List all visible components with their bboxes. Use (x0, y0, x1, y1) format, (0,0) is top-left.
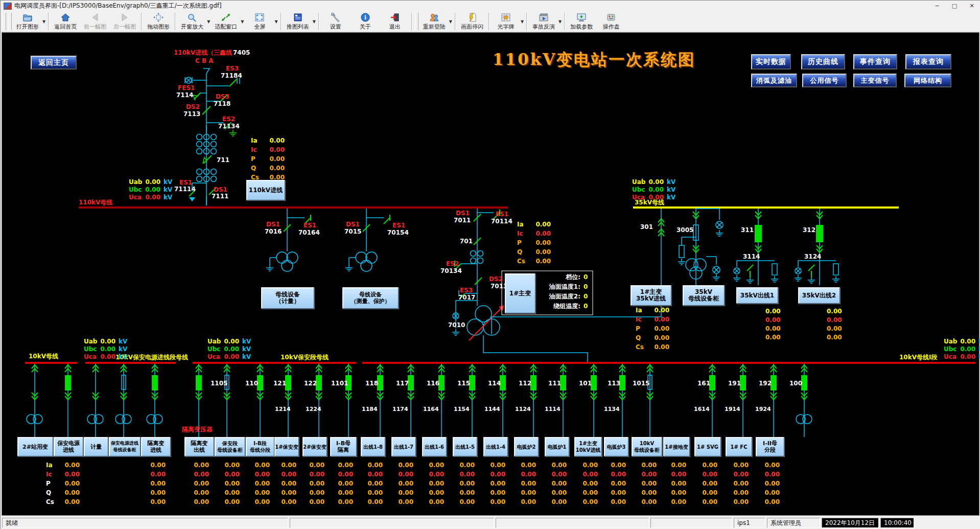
nav-button-2-row1[interactable]: 历史曲线 (801, 54, 845, 70)
btn-busdev-metering[interactable]: 母线设备（计量） (261, 287, 314, 309)
page-title: 110kV变电站一次系统图 (493, 49, 695, 71)
nav-button-1-row2[interactable]: 消弧及滤油 (751, 74, 797, 87)
bottom-button-13[interactable]: 出线1-7 (391, 437, 416, 456)
nav-button-3-row2[interactable]: 主变信号 (853, 74, 897, 87)
bottom-meas-value: 0.00 (666, 471, 686, 478)
meas-701-label-Ia: Ia (517, 221, 524, 228)
feeder-number-115: 115 (457, 380, 470, 387)
bottom-button-20[interactable]: 电弧炉3 (604, 437, 628, 456)
toolbar-button-fullscreen[interactable]: 全屏 (245, 11, 274, 32)
btn-busdev-protect[interactable]: 母线设备（测量、保护） (342, 287, 399, 309)
bottom-button-9[interactable]: 1#保安变 (274, 437, 299, 456)
toolbar-button-settings[interactable]: 设置 (321, 11, 351, 32)
toolbar-button-relogin[interactable]: 重新登陆 (419, 11, 449, 32)
button-line: 2#站用变 (22, 444, 48, 450)
bottom-meas-value: 0.00 (759, 462, 780, 469)
nav-button-4-row1[interactable]: 报表查询 (905, 54, 951, 70)
dropdown-arrow-icon[interactable]: ▼ (42, 19, 45, 24)
btn-110kv-incoming[interactable]: 110kV进线 (246, 180, 285, 200)
breaker-10kv[interactable] (65, 375, 71, 390)
bottom-meas-value: 0.00 (605, 498, 626, 505)
bottom-button-17[interactable]: 电弧炉2 (514, 437, 539, 456)
bottom-button-6[interactable]: 隔离变出线 (184, 437, 214, 456)
bottom-meas-value: 0.00 (276, 498, 296, 505)
close-button[interactable]: ✕ (963, 1, 980, 11)
bottom-meas-value: 0.00 (304, 498, 324, 505)
bottom-button-7[interactable]: 保安段母线设备柜 (215, 437, 245, 456)
toolbar-button-operation-panel[interactable]: 操作盘 (596, 11, 626, 32)
btn-35kv-out2[interactable]: 35kV出线2 (798, 287, 840, 304)
toolbar-button-push-list[interactable]: 推图列表 (283, 11, 313, 32)
maximize-button[interactable]: □ (946, 1, 963, 11)
bottom-button-14[interactable]: 出线1-6 (422, 437, 447, 456)
nav-button-1-row1[interactable]: 实时数据 (751, 54, 791, 70)
bottom-button-1[interactable]: 2#站用变 (17, 437, 53, 456)
bottom-meas-value: 0.00 (485, 489, 505, 496)
bottom-button-21[interactable]: 10kV母线设备柜 (632, 437, 662, 456)
bottom-button-24[interactable]: 1# FC (726, 437, 752, 456)
bottom-button-12[interactable]: 出线1-8 (361, 437, 385, 456)
home-button[interactable]: 返回主页 (31, 56, 77, 70)
bottom-button-3[interactable]: 计量 (84, 437, 108, 456)
volt-10kv-baoan-unit: kV (242, 338, 251, 345)
bottom-button-2[interactable]: 保安电源进线 (54, 437, 83, 456)
bottom-button-4[interactable]: 保安电源进线母线设备柜 (109, 437, 141, 456)
bottom-button-22[interactable]: 1#接地变 (663, 437, 690, 456)
nav-button-2-row2[interactable]: 公用信号 (802, 74, 847, 87)
bottom-button-25[interactable]: I-II母分段 (756, 437, 784, 456)
dropdown-arrow-icon[interactable]: ▼ (207, 19, 210, 24)
breaker-10kv[interactable] (196, 375, 202, 390)
dropdown-arrow-icon[interactable]: ▼ (521, 19, 524, 24)
toolbar-button-home[interactable]: 返回首页 (51, 11, 80, 32)
bottom-button-15[interactable]: 出线1-5 (453, 437, 477, 456)
toolbar-button-fit-window[interactable]: 适配窗口 (211, 11, 241, 32)
minimize-button[interactable]: ─ (928, 1, 946, 11)
bottom-button-16[interactable]: 出线1-4 (483, 437, 508, 456)
bottom-button-8[interactable]: I-B段母线分段 (246, 437, 274, 456)
bottom-button-19[interactable]: 1#主变10kV进线 (574, 437, 602, 456)
status-user: 系统管理员 (767, 518, 820, 528)
meas-35kv-in-value-P: 0.00 (649, 325, 669, 332)
sld-label: 110kV进线（三鑫线 (174, 50, 232, 56)
toolbar-button-zoom-window[interactable]: 开窗放大 (177, 11, 207, 32)
dropdown-arrow-icon[interactable]: ▼ (241, 19, 244, 24)
volt-10kv-baoan-in-value-Ubc: 0.00 (98, 346, 115, 353)
dropdown-arrow-icon[interactable]: ▼ (449, 19, 452, 24)
bottom-button-11[interactable]: I-B母隔离 (330, 437, 357, 456)
bottom-button-5[interactable]: 隔离变进线 (141, 437, 171, 456)
bottom-button-23[interactable]: 1# SVG (694, 437, 721, 456)
breaker-35kv[interactable] (755, 225, 762, 242)
button-line: 10kV进线 (576, 447, 600, 453)
volt-110kv-label-Uca: Uca (129, 194, 142, 201)
dropdown-arrow-icon[interactable]: ▼ (558, 19, 562, 24)
bottom-button-10[interactable]: 2#保安变 (302, 437, 327, 456)
btn-35kv-main-in[interactable]: 1#主变35kV进线 (631, 285, 671, 306)
bottom-button-18[interactable]: 电弧炉1 (545, 437, 569, 456)
nav-button-3-row1[interactable]: 事件查询 (853, 54, 897, 70)
btn-35kv-busdev[interactable]: 35kV母线设备柜 (683, 285, 725, 306)
meas-701-value-Q: 0.00 (530, 248, 551, 256)
bottom-meas-value: 0.00 (276, 480, 296, 487)
sld-label: 70154 (387, 229, 409, 236)
breaker-35kv[interactable] (816, 225, 823, 242)
toolbar-button-open-graphic[interactable]: 打开图形 (13, 11, 42, 32)
toolbar-button-light-board[interactable]: 光字牌 (491, 11, 521, 32)
bottom-meas-value: 0.00 (546, 471, 567, 478)
breaker-10kv[interactable] (152, 375, 158, 390)
feeder-subnumber-1914: 1914 (725, 406, 740, 412)
button-line: 出线1-4 (486, 444, 505, 450)
nav-button-4-row2[interactable]: 网络结构 (904, 74, 951, 87)
toolbar-button-about[interactable]: i关于 (351, 11, 380, 32)
dropdown-arrow-icon[interactable]: ▼ (313, 19, 316, 24)
light-board-icon (501, 12, 511, 22)
dropdown-arrow-icon[interactable]: ▼ (274, 19, 277, 24)
btn-main-transformer-1[interactable]: 1#主变 (505, 273, 535, 313)
window-title: 电网调度员界面-[D:/IPS3000/BaseEnv/graph0/三鑫重工/… (14, 2, 222, 10)
toolbar-button-stop-flash[interactable]: 画面停闪 (457, 11, 487, 32)
next-icon (120, 12, 130, 22)
btn-35kv-out1[interactable]: 35kV出线1 (736, 287, 778, 304)
toolbar-button-replay[interactable]: 事故反演 (529, 11, 558, 32)
toolbar-button-load-params[interactable]: 加载参数 (567, 11, 596, 32)
toolbar-button-exit[interactable]: 退出 (380, 11, 410, 32)
toolbar-button-pan[interactable]: 拖动图形 (144, 11, 173, 32)
